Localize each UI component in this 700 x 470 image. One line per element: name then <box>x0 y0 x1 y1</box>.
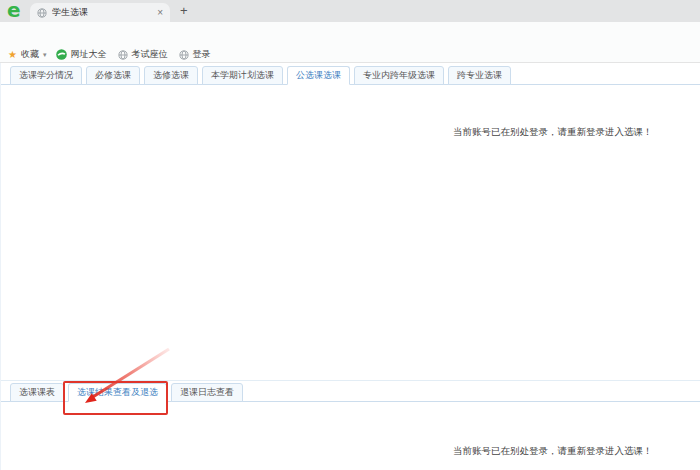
new-tab-button[interactable]: + <box>180 3 188 18</box>
tab-cross-grade-courses[interactable]: 专业内跨年级选课 <box>354 66 444 85</box>
page-content: 选课学分情况 必修选课 选修选课 本学期计划选课 公选课选课 专业内跨年级选课 … <box>0 63 700 470</box>
bookmark-label: 网址大全 <box>70 48 106 61</box>
chevron-down-icon[interactable]: ▾ <box>43 51 47 59</box>
tab-cross-major-courses[interactable]: 跨专业选课 <box>448 66 511 85</box>
login-elsewhere-message-bottom: 当前账号已在别处登录，请重新登录进入选课！ <box>453 445 653 458</box>
bookmark-exam-seat[interactable]: 考试座位 <box>118 48 167 61</box>
bookmark-site-nav[interactable]: 网址大全 <box>56 48 106 61</box>
tab-withdraw-log[interactable]: 退课日志查看 <box>171 383 243 402</box>
bookmark-login[interactable]: 登录 <box>179 48 210 61</box>
star-icon: ★ <box>8 50 17 60</box>
bookmarks-bar: ★ 收藏 ▾ 网址大全 考试座位 登录 <box>0 47 700 63</box>
bookmark-label: 登录 <box>192 48 210 61</box>
tab-close-icon[interactable]: × <box>157 8 163 18</box>
browser-tab-bar: e 学生选课 × + <box>0 0 700 22</box>
tab-required-courses[interactable]: 必修选课 <box>86 66 140 85</box>
course-selection-tab-strip: 选课学分情况 必修选课 选修选课 本学期计划选课 公选课选课 专业内跨年级选课 … <box>1 66 700 85</box>
browser-toolbar: ← → ↻ ⌂ 证书风险 https://10.0.3.88/jsxsd/xsx… <box>0 22 700 47</box>
bookmark-label: 考试座位 <box>131 48 167 61</box>
globe-icon <box>179 50 189 60</box>
globe-icon <box>118 50 128 60</box>
annotation-red-arrow-icon <box>56 342 181 412</box>
tab-semester-plan-courses[interactable]: 本学期计划选课 <box>202 66 283 85</box>
tab-public-elective-courses[interactable]: 公选课选课 <box>287 66 350 85</box>
tab-favicon-globe-icon <box>37 8 47 18</box>
favorites-button[interactable]: 收藏 <box>21 48 39 61</box>
tab-title: 学生选课 <box>52 6 152 19</box>
browser-tab[interactable]: 学生选课 × <box>30 3 170 22</box>
green-nav-icon <box>56 49 67 60</box>
login-elsewhere-message: 当前账号已在别处登录，请重新登录进入选课！ <box>453 126 653 139</box>
tab-elective-courses[interactable]: 选修选课 <box>144 66 198 85</box>
tab-credit-status[interactable]: 选课学分情况 <box>10 66 82 85</box>
browser-logo-icon[interactable]: e <box>7 0 21 22</box>
